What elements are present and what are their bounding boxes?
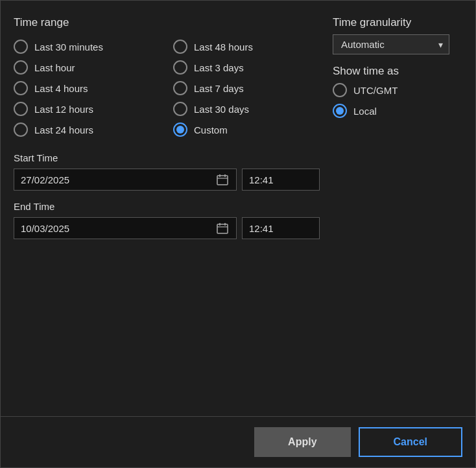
radio-last3days[interactable]: Last 3 days xyxy=(173,60,320,75)
left-panel: Time range Last 30 minutes Last 48 hours… xyxy=(14,16,320,403)
show-time-options: UTC/GMT Local xyxy=(333,83,462,118)
radio-label-last7days: Last 7 days xyxy=(194,83,244,94)
start-time-label: Start Time xyxy=(14,152,320,163)
granularity-title: Time granularity xyxy=(333,16,462,29)
end-time-input[interactable]: 12:41 xyxy=(242,217,320,239)
radio-outer-local xyxy=(333,104,347,118)
radio-inner-custom xyxy=(176,126,184,134)
apply-button[interactable]: Apply xyxy=(254,427,350,457)
radio-outer-last12hours xyxy=(14,102,28,116)
start-date-input[interactable]: 27/02/2025 xyxy=(14,169,237,191)
start-date-value: 27/02/2025 xyxy=(21,174,210,185)
radio-last12hours[interactable]: Last 12 hours xyxy=(14,102,160,116)
radio-label-last12hours: Last 12 hours xyxy=(34,104,93,115)
end-time-label: End Time xyxy=(14,201,320,212)
end-date-input[interactable]: 10/03/2025 xyxy=(14,217,237,239)
radio-outer-last7days xyxy=(173,81,187,95)
radio-inner-local xyxy=(336,107,344,115)
radio-last30days[interactable]: Last 30 days xyxy=(173,102,320,116)
radio-outer-custom xyxy=(173,123,187,137)
start-calendar-icon[interactable] xyxy=(215,173,230,186)
radio-last30min[interactable]: Last 30 minutes xyxy=(14,40,160,54)
radio-outer-last4hours xyxy=(14,81,28,95)
end-time-section: End Time 10/03/2025 xyxy=(14,201,320,239)
radio-custom[interactable]: Custom xyxy=(173,123,320,137)
radio-label-local: Local xyxy=(353,106,377,117)
radio-label-utcgmt: UTC/GMT xyxy=(353,85,398,96)
radio-label-last4hours: Last 4 hours xyxy=(34,83,88,94)
radio-outer-lasthour xyxy=(14,60,28,75)
start-time-value: 12:41 xyxy=(249,174,274,185)
radio-label-last30min: Last 30 minutes xyxy=(34,41,103,53)
radio-last24hours[interactable]: Last 24 hours xyxy=(14,123,160,137)
radio-grid: Last 30 minutes Last 48 hours Last hour … xyxy=(14,40,320,137)
dialog-body: Time range Last 30 minutes Last 48 hours… xyxy=(1,1,475,416)
cancel-button[interactable]: Cancel xyxy=(359,427,462,457)
radio-label-last30days: Last 30 days xyxy=(194,104,249,115)
radio-local[interactable]: Local xyxy=(333,104,462,118)
start-time-input[interactable]: 12:41 xyxy=(242,169,320,191)
time-range-dialog: Time range Last 30 minutes Last 48 hours… xyxy=(0,0,476,468)
radio-outer-last30min xyxy=(14,40,28,54)
svg-rect-4 xyxy=(217,224,228,233)
radio-utcgmt[interactable]: UTC/GMT xyxy=(333,83,462,97)
start-time-section: Start Time 27/02/2025 xyxy=(14,152,320,191)
radio-last48hours[interactable]: Last 48 hours xyxy=(173,40,320,54)
end-date-value: 10/03/2025 xyxy=(21,223,210,234)
granularity-select-wrap: Automatic 1 minute 5 minutes 15 minutes … xyxy=(333,34,449,54)
granularity-select[interactable]: Automatic 1 minute 5 minutes 15 minutes … xyxy=(333,34,449,54)
radio-outer-last48hours xyxy=(173,40,187,54)
radio-last4hours[interactable]: Last 4 hours xyxy=(14,81,160,95)
radio-label-last48hours: Last 48 hours xyxy=(194,41,253,53)
radio-label-custom: Custom xyxy=(194,124,228,135)
radio-label-last24hours: Last 24 hours xyxy=(34,124,93,135)
granularity-section: Time granularity Automatic 1 minute 5 mi… xyxy=(333,16,462,54)
radio-outer-last24hours xyxy=(14,123,28,137)
show-time-title: Show time as xyxy=(333,65,462,78)
radio-last7days[interactable]: Last 7 days xyxy=(173,81,320,95)
radio-label-last3days: Last 3 days xyxy=(194,62,244,73)
show-time-section: Show time as UTC/GMT Local xyxy=(333,65,462,118)
end-calendar-icon[interactable] xyxy=(215,222,230,235)
radio-label-lasthour: Last hour xyxy=(34,62,75,73)
end-time-row: 10/03/2025 12:41 xyxy=(14,217,320,239)
end-time-value: 12:41 xyxy=(249,223,274,234)
svg-rect-0 xyxy=(217,176,228,185)
time-range-title: Time range xyxy=(14,16,320,29)
radio-outer-last30days xyxy=(173,102,187,116)
dialog-footer: Apply Cancel xyxy=(1,416,475,467)
radio-outer-utcgmt xyxy=(333,83,347,97)
radio-outer-last3days xyxy=(173,60,187,75)
right-panel: Time granularity Automatic 1 minute 5 mi… xyxy=(333,16,462,403)
radio-lasthour[interactable]: Last hour xyxy=(14,60,160,75)
start-time-row: 27/02/2025 12:41 xyxy=(14,169,320,191)
